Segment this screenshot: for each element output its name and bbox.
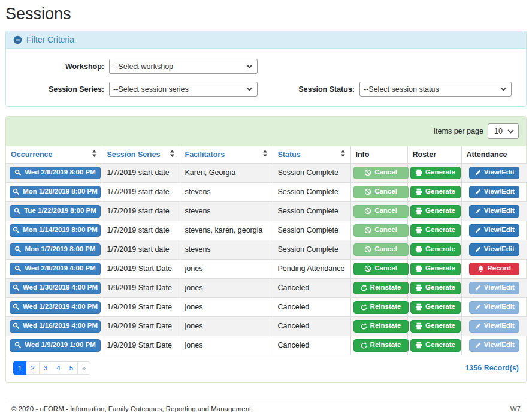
session-status-label: Session Status: [258, 85, 359, 94]
pencil-icon [474, 342, 481, 349]
column-header-status[interactable]: Status [273, 146, 350, 163]
attendance-cell: View/Edit [461, 221, 527, 240]
column-header-attendance: Attendance [461, 146, 527, 163]
status-cell: Canceled [273, 336, 350, 355]
search-icon [13, 284, 20, 291]
column-header-label: Info [356, 150, 370, 159]
generate-button[interactable]: Generate [410, 263, 461, 275]
generate-button[interactable]: Generate [410, 282, 461, 294]
column-header-facilitators[interactable]: Facilitators [180, 146, 273, 163]
button-label: View/Edit [484, 188, 515, 195]
page: Sessions Filter Criteria Workshop: --Sel… [0, 5, 532, 418]
generate-button[interactable]: Generate [410, 339, 461, 352]
cancel-button[interactable]: Cancel [353, 263, 409, 275]
generate-button[interactable]: Generate [410, 301, 461, 314]
occurrence-cell: Wed 1/16/2019 4:00 PM [6, 316, 102, 336]
occurrence-button[interactable]: Wed 2/6/2019 4:00 PM [10, 263, 101, 275]
reinstate-button[interactable]: Reinstate [353, 282, 409, 294]
pencil-icon [474, 170, 481, 176]
filter-panel-header[interactable]: Filter Criteria [6, 31, 526, 49]
generate-button[interactable]: Generate [410, 243, 461, 256]
occurrence-button[interactable]: Mon 1/28/2019 8:00 PM [10, 186, 101, 198]
table-row: Mon 1/28/2019 8:00 PM1/7/2019 start date… [6, 182, 527, 201]
occurrence-button[interactable]: Wed 2/6/2019 8:00 PM [10, 167, 101, 179]
generate-button[interactable]: Generate [410, 205, 461, 218]
status-cell: Canceled [273, 297, 350, 316]
occurrence-button[interactable]: Mon 1/14/2019 8:00 PM [10, 224, 101, 237]
button-label: View/Edit [484, 246, 515, 253]
roster-cell: Generate [407, 240, 461, 259]
page-button-3[interactable]: 3 [39, 361, 52, 375]
button-label: Reinstate [370, 322, 401, 330]
filter-panel-body: Workshop: --Select workshop Session Seri… [6, 49, 526, 106]
cancel-button: Cancel [353, 167, 409, 179]
undo-icon [361, 323, 367, 330]
page-button-5[interactable]: 5 [65, 361, 78, 375]
facilitators-cell: stevens [180, 182, 273, 201]
cancel-button: Cancel [353, 243, 409, 256]
occurrence-button[interactable]: Wed 1/30/2019 4:00 PM [10, 282, 101, 294]
view-edit-button[interactable]: View/Edit [469, 205, 519, 218]
view-edit-button[interactable]: View/Edit [469, 186, 519, 198]
column-header-label: Attendance [467, 150, 507, 159]
generate-button[interactable]: Generate [410, 320, 461, 333]
info-cell: Cancel [350, 182, 407, 201]
cancel-button: Cancel [353, 224, 409, 237]
occurrence-button[interactable]: Wed 1/23/2019 4:00 PM [10, 301, 101, 314]
session-series-cell: 1/7/2019 start date [102, 182, 180, 201]
info-cell: Reinstate [350, 336, 407, 355]
facilitators-cell: jones [180, 316, 273, 336]
occurrence-button[interactable]: Mon 1/7/2019 8:00 PM [10, 243, 101, 256]
environment-label: W7 [510, 405, 521, 412]
record-button[interactable]: Record [469, 263, 519, 275]
column-header-roster: Roster [407, 146, 461, 163]
column-header-occurrence[interactable]: Occurrence [6, 146, 102, 163]
generate-button[interactable]: Generate [410, 224, 461, 237]
button-label: View/Edit [484, 227, 515, 234]
minus-circle-icon[interactable] [13, 35, 22, 44]
workshop-select[interactable]: --Select workshop [109, 59, 258, 74]
info-cell: Cancel [350, 221, 407, 240]
occurrence-button[interactable]: Wed 1/16/2019 4:00 PM [10, 320, 101, 333]
button-label: View/Edit [484, 322, 515, 330]
button-label: Generate [425, 227, 455, 234]
session-series-cell: 1/9/2019 Start Date [102, 336, 180, 355]
session-series-cell: 1/7/2019 start date [102, 221, 180, 240]
view-edit-button[interactable]: View/Edit [469, 167, 519, 179]
next-page-button[interactable]: » [77, 361, 90, 375]
page-button-2[interactable]: 2 [26, 361, 39, 375]
session-series-cell: 1/9/2019 Start Date [102, 259, 180, 278]
view-edit-button[interactable]: View/Edit [469, 224, 519, 237]
items-per-page-select[interactable]: 10 [488, 123, 519, 139]
table-row: Wed 1/9/2019 1:00 PM1/9/2019 Start Datej… [6, 336, 527, 355]
table-row: Mon 1/14/2019 8:00 PM1/7/2019 start date… [6, 221, 527, 240]
cancel-button: Cancel [353, 186, 409, 198]
generate-button[interactable]: Generate [410, 167, 461, 179]
search-icon [13, 303, 20, 311]
button-label: Wed 1/30/2019 4:00 PM [23, 284, 98, 291]
occurrence-button[interactable]: Tue 1/22/2019 8:00 PM [10, 205, 101, 218]
search-icon [14, 342, 22, 349]
view-edit-button: View/Edit [469, 282, 519, 294]
filter-panel: Filter Criteria Workshop: --Select works… [5, 31, 527, 107]
page-button-1[interactable]: 1 [13, 361, 26, 375]
session-series-select[interactable]: --Select session series [109, 82, 258, 97]
button-label: View/Edit [484, 342, 515, 349]
generate-button[interactable]: Generate [410, 186, 461, 198]
session-series-cell: 1/7/2019 start date [102, 201, 180, 221]
reinstate-button[interactable]: Reinstate [353, 320, 409, 333]
column-header-session-series[interactable]: Session Series [102, 146, 180, 163]
reinstate-button[interactable]: Reinstate [353, 339, 409, 352]
attendance-cell: View/Edit [461, 182, 527, 201]
pencil-icon [474, 227, 481, 234]
occurrence-button[interactable]: Wed 1/9/2019 1:00 PM [10, 339, 101, 352]
roster-cell: Generate [407, 316, 461, 336]
view-edit-button[interactable]: View/Edit [469, 243, 519, 256]
status-cell: Pending Attendance [273, 259, 350, 278]
attendance-cell: View/Edit [461, 163, 527, 182]
ban-icon [364, 207, 371, 215]
sort-icon [340, 150, 346, 159]
page-button-4[interactable]: 4 [52, 361, 65, 375]
session-status-select[interactable]: --Select session status [359, 82, 512, 97]
reinstate-button[interactable]: Reinstate [353, 301, 409, 314]
